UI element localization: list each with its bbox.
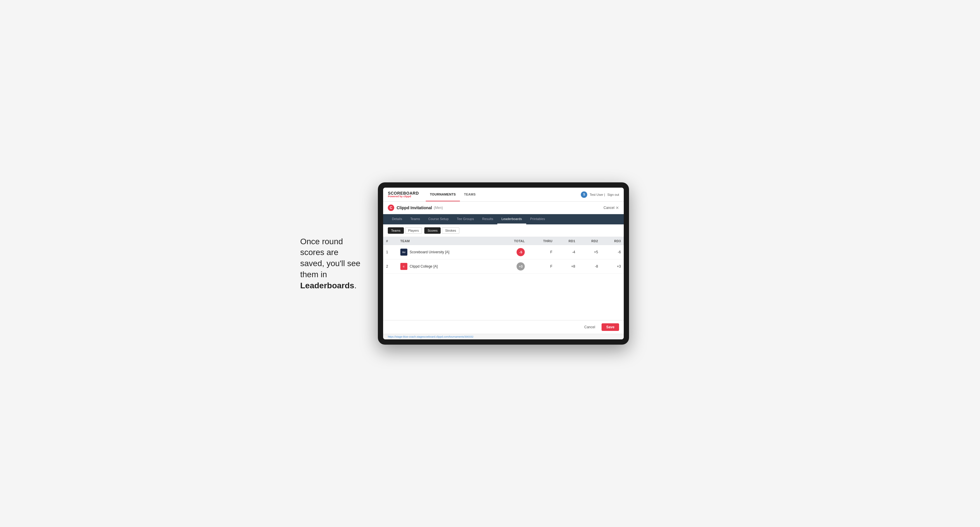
nav-teams[interactable]: TEAMS [460,187,480,202]
desc-line2: scores are [300,248,339,257]
brand-powered: Powered by [388,195,403,198]
rank-cell-2: 2 [383,259,398,274]
filter-teams[interactable]: Teams [388,227,404,234]
team-cell-1: SU Scoreboard University [A] [398,245,498,259]
col-team: TEAM [398,237,498,245]
cancel-tournament-button[interactable]: Cancel ✕ [604,205,619,210]
leaderboard-table-wrapper: # TEAM TOTAL THRU RD1 RD2 RD3 1 [383,237,624,320]
brand-subtitle: Powered by clippd [388,195,419,198]
tab-printables[interactable]: Printables [526,214,549,224]
col-rd1: RD1 [555,237,578,245]
table-row: 2 C Clippd College [A] +3 F [383,259,624,274]
page-wrapper: Once round scores are saved, you'll see … [300,183,680,344]
rd2-cell-1: +5 [578,245,601,259]
rd2-cell-2: -8 [578,259,601,274]
filter-row: Teams Players Scores Strokes [383,224,624,237]
close-icon: ✕ [616,205,619,210]
score-badge-2: +3 [517,262,525,270]
rd3-cell-2: +3 [601,259,624,274]
team-logo-c: C [400,263,407,270]
tabs-bar: Details Teams Course Setup Tee Groups Re… [383,214,624,224]
nav-links: TOURNAMENTS TEAMS [426,187,480,202]
desc-period: . [354,281,356,290]
thru-cell-1: F [528,245,555,259]
sign-out-link[interactable]: Sign out [608,193,619,196]
rd1-cell-1: -4 [555,245,578,259]
tab-details[interactable]: Details [388,214,406,224]
desc-bold: Leaderboards [300,281,354,290]
tab-teams[interactable]: Teams [406,214,424,224]
desc-line3: saved, you'll see [300,259,360,268]
table-header-row: # TEAM TOTAL THRU RD1 RD2 RD3 [383,237,624,245]
navbar: SCOREBOARD Powered by clippd TOURNAMENTS… [383,187,624,202]
team-logo-su: SU [400,249,407,256]
team-cell-2: C Clippd College [A] [398,259,498,274]
rd1-cell-2: +8 [555,259,578,274]
filter-scores[interactable]: Scores [424,227,441,234]
url-text: https://stage-blue-coach.stagescoeboard.… [388,335,473,338]
tab-results[interactable]: Results [478,214,497,224]
total-cell-1: -5 [497,245,528,259]
nav-right: S Test User | Sign out [581,191,619,198]
col-thru: THRU [528,237,555,245]
user-avatar: S [581,191,587,198]
nav-tournaments[interactable]: TOURNAMENTS [426,187,460,202]
team-name-2: Clippd College [A] [410,264,438,268]
tournament-icon: C [388,205,394,211]
rank-cell: 1 [383,245,398,259]
col-rank: # [383,237,398,245]
desc-line1: Once round [300,237,343,246]
tab-leaderboards[interactable]: Leaderboards [497,214,526,224]
desc-line4: them in [300,270,327,279]
footer: Cancel Save [383,320,624,334]
footer-save-button[interactable]: Save [601,323,619,331]
cancel-label: Cancel [604,206,614,210]
col-rd3: RD3 [601,237,624,245]
col-rd2: RD2 [578,237,601,245]
brand-title: SCOREBOARD [388,191,419,195]
tournament-header: C Clippd Invitational (Men) Cancel ✕ [383,202,624,214]
leaderboard-table: # TEAM TOTAL THRU RD1 RD2 RD3 1 [383,237,624,274]
team-name-1: Scoreboard University [A] [410,250,449,254]
tab-tee-groups[interactable]: Tee Groups [453,214,478,224]
tablet-screen: SCOREBOARD Powered by clippd TOURNAMENTS… [383,187,624,340]
url-bar: https://stage-blue-coach.stagescoeboard.… [383,334,624,340]
rd3-cell-1: -6 [601,245,624,259]
tablet-frame: SCOREBOARD Powered by clippd TOURNAMENTS… [378,183,629,344]
score-badge-1: -5 [517,248,525,256]
table-row: 1 SU Scoreboard University [A] -5 F [383,245,624,259]
description-text: Once round scores are saved, you'll see … [300,236,360,291]
filter-strokes[interactable]: Strokes [442,227,459,234]
brand: SCOREBOARD Powered by clippd [388,191,419,198]
user-name: Test User | [590,193,605,196]
total-cell-2: +3 [497,259,528,274]
tab-course-setup[interactable]: Course Setup [424,214,453,224]
filter-players[interactable]: Players [405,227,422,234]
footer-cancel-button[interactable]: Cancel [580,323,599,331]
col-total: TOTAL [497,237,528,245]
tournament-sub: (Men) [434,206,443,210]
thru-cell-2: F [528,259,555,274]
tournament-name: Clippd Invitational [396,205,432,210]
brand-clippd: clippd [403,195,411,198]
